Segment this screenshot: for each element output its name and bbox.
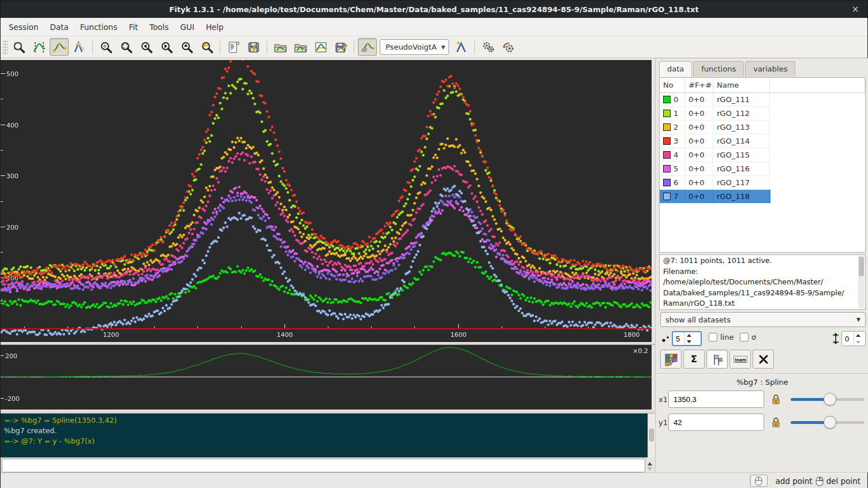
tab-variables[interactable]: variables	[745, 61, 795, 77]
menu-fit[interactable]: Fit	[123, 20, 144, 35]
baseline-mode-button[interactable]	[50, 38, 69, 56]
spin-down-icon[interactable]	[685, 339, 693, 345]
toolbar-grip[interactable]	[3, 40, 8, 55]
data-range-mode-button[interactable]	[29, 38, 48, 56]
dataset-row-rGO_111[interactable]: 0 0+0 rGO_111	[660, 93, 770, 107]
spin-down-icon[interactable]	[854, 339, 862, 346]
menu-gui[interactable]: GUI	[174, 20, 200, 35]
load-data-append-button[interactable]	[291, 38, 310, 56]
param-y1-input[interactable]	[668, 414, 764, 431]
sigma-checkbox-label: σ	[751, 333, 756, 341]
dataset-color-swatch[interactable]	[663, 137, 671, 145]
dataset-color-swatch[interactable]	[663, 179, 671, 186]
zoom-left-button[interactable]	[137, 38, 156, 56]
tab-data[interactable]: data	[659, 61, 692, 77]
name-label-button[interactable]: Inam	[729, 350, 751, 369]
dataset-row-rGO_112[interactable]: 1 0+0 rGO_112	[660, 107, 770, 121]
dataset-grid-button[interactable]	[660, 350, 682, 369]
save-session-button[interactable]	[244, 38, 263, 56]
vertical-shift-input[interactable]	[842, 332, 854, 346]
column-header-no[interactable]: No	[660, 78, 685, 92]
menu-session[interactable]: Session	[3, 20, 44, 35]
menu-functions[interactable]: Functions	[74, 20, 123, 35]
history-up-icon[interactable]	[648, 462, 652, 466]
column-header-name[interactable]: Name	[713, 78, 770, 92]
info-scrollbar[interactable]	[858, 256, 865, 309]
session-log-button[interactable]	[224, 38, 243, 56]
dataset-fcount: 0+0	[685, 162, 713, 175]
dataset-color-swatch[interactable]	[663, 193, 671, 200]
tab-functions[interactable]: functions	[693, 61, 744, 77]
dataset-color-swatch[interactable]	[663, 123, 671, 131]
main-plot-canvas[interactable]	[1, 60, 652, 342]
export-data-button[interactable]	[331, 38, 350, 56]
dataset-no: 1	[660, 107, 685, 120]
sum-button[interactable]: Σ	[683, 350, 705, 369]
column-header-spacer	[770, 78, 865, 92]
slider-knob[interactable]	[824, 393, 836, 406]
close-icon[interactable]: ×	[849, 3, 862, 16]
dataset-info-box: @7: 1011 points, 1011 active. Filename: …	[659, 254, 866, 310]
command-history-arrows[interactable]	[645, 459, 654, 474]
functions-flags-button[interactable]	[706, 350, 728, 369]
param-y1-slider[interactable]	[791, 421, 865, 424]
zoom-selection-button[interactable]	[117, 38, 136, 56]
dataset-color-swatch[interactable]	[663, 165, 671, 172]
console-splitter[interactable]	[1, 410, 655, 414]
function-type-dropdown[interactable]: PseudoVoigtA▼	[380, 39, 449, 55]
vertical-shift-spinner[interactable]	[841, 331, 866, 346]
info-scrollbar-thumb[interactable]	[859, 257, 864, 276]
dataset-no: 3	[660, 134, 685, 148]
menu-data[interactable]: Data	[44, 20, 74, 35]
sigma-checkbox[interactable]	[740, 333, 749, 341]
fit-run-button[interactable]	[478, 38, 497, 56]
zoom-mode-button[interactable]	[9, 38, 28, 56]
show-datasets-dropdown[interactable]: show all datasets ▼	[660, 312, 866, 327]
slider-knob[interactable]	[824, 416, 836, 429]
line-checkbox[interactable]	[709, 333, 717, 341]
point-size-input[interactable]	[673, 332, 684, 345]
dataset-row-rGO_115[interactable]: 4 0+0 rGO_115	[660, 148, 770, 162]
menu-help[interactable]: Help	[200, 20, 230, 35]
lock-icon[interactable]	[771, 394, 781, 407]
zoom-all-button[interactable]	[96, 38, 115, 56]
dataset-fcount: 0+0	[685, 134, 713, 148]
dataset-row-rGO_117[interactable]: 6 0+0 rGO_117	[660, 176, 770, 190]
dataset-row-rGO_116[interactable]: 5 0+0 rGO_116	[660, 162, 770, 176]
aux-plot-canvas[interactable]	[1, 345, 652, 410]
dataset-row-rGO_113[interactable]: 2 0+0 rGO_113	[660, 121, 770, 134]
dataset-row-rGO_114[interactable]: 3 0+0 rGO_114	[660, 134, 770, 148]
history-down-icon[interactable]	[648, 467, 652, 471]
lock-icon[interactable]	[771, 417, 781, 430]
param-x1-input[interactable]	[668, 391, 764, 408]
add-peak-mode-button[interactable]	[70, 38, 89, 56]
info-line: Filename: /home/aleplo/test/Documents/Ch…	[663, 266, 856, 288]
dataset-fcount: 0+0	[685, 190, 713, 203]
dataset-color-swatch[interactable]	[663, 96, 671, 103]
param-x1-slider[interactable]	[791, 398, 865, 401]
toolbar: PseudoVoigtA▼	[1, 36, 867, 58]
dataset-row-rGO_118[interactable]: 7 0+0 rGO_118	[660, 190, 770, 204]
delete-button[interactable]	[753, 350, 774, 369]
load-data-button[interactable]	[271, 38, 290, 56]
spin-up-icon[interactable]	[685, 332, 693, 339]
auto-add-peak-button[interactable]	[452, 38, 471, 56]
data-editor-button[interactable]	[311, 38, 330, 56]
zoom-previous-button[interactable]	[197, 38, 216, 56]
console-scrollbar[interactable]	[648, 414, 655, 457]
column-header-fcount[interactable]: #F+#	[685, 78, 713, 92]
mouse-mode-button[interactable]	[750, 475, 768, 487]
dataset-color-swatch[interactable]	[663, 151, 671, 159]
command-input[interactable]	[2, 459, 645, 472]
zoom-vertical-button[interactable]	[177, 38, 196, 56]
spin-up-icon[interactable]	[854, 332, 862, 339]
fit-continue-button[interactable]	[499, 38, 518, 56]
point-size-spinner[interactable]	[672, 331, 702, 346]
console-scrollbar-thumb[interactable]	[649, 429, 654, 441]
sidebar-tabs: datafunctionsvariables	[659, 61, 796, 77]
menu-tools[interactable]: Tools	[144, 20, 174, 35]
zoom-right-button[interactable]	[157, 38, 176, 56]
chevron-down-icon: ▼	[442, 44, 446, 50]
dataset-color-swatch[interactable]	[663, 110, 671, 117]
background-settings-button[interactable]	[358, 38, 377, 56]
